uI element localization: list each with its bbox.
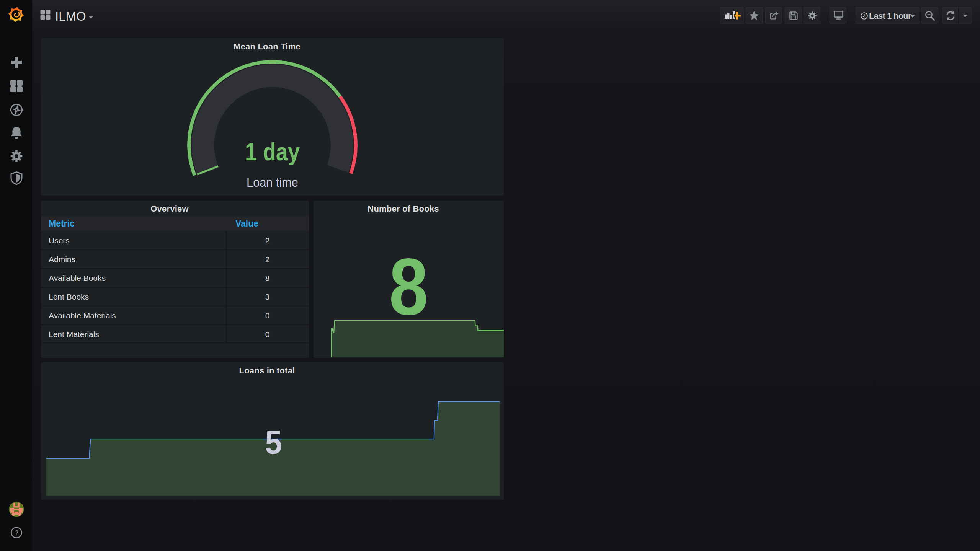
svg-text:?: ?: [15, 529, 18, 536]
